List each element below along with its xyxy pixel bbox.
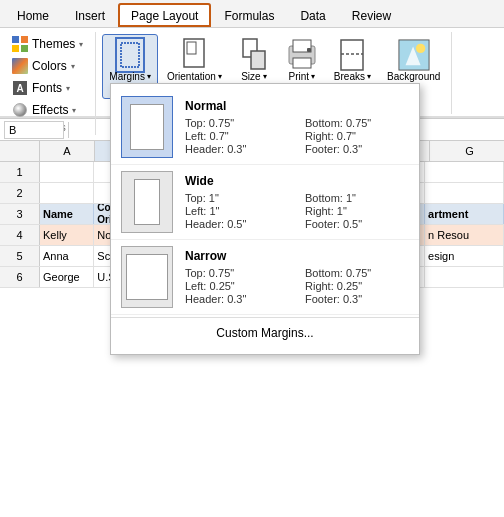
wide-footer: Footer: 0.5" [305,218,409,230]
svg-rect-5 [121,43,139,67]
themes-label: Themes [32,37,75,51]
wide-header: Header: 0.5" [185,218,289,230]
svg-rect-3 [21,45,28,52]
custom-margins-label: Custom Margins... [216,326,313,340]
margins-dropdown: Normal Top: 0.75" Bottom: 0.75" Left: 0.… [110,83,420,355]
formula-divider [68,122,69,138]
narrow-name: Narrow [185,249,409,263]
cell-a1[interactable] [40,162,94,182]
cell-a5[interactable]: Anna [40,246,94,266]
cell-g5[interactable]: esign [425,246,504,266]
svg-point-18 [416,44,425,53]
wide-name: Wide [185,174,409,188]
cell-g2[interactable] [425,183,504,203]
normal-header: Header: 0.3" [185,143,289,155]
colors-label: Colors [32,59,67,73]
wide-left: Left: 1" [185,205,289,217]
background-label: Background [387,71,440,83]
print-area-label: Print ▾ [289,71,316,83]
svg-rect-12 [293,58,311,68]
colors-icon [12,58,28,74]
effects-icon [12,102,28,118]
svg-rect-14 [341,40,363,70]
effects-label: Effects [32,103,68,117]
fonts-icon: A [12,80,28,96]
tab-formulas[interactable]: Formulas [211,3,287,27]
narrow-right: Right: 0.25" [305,280,409,292]
margin-option-wide[interactable]: Wide Top: 1" Bottom: 1" Left: 1" Right: … [111,165,419,240]
tab-home[interactable]: Home [4,3,62,27]
narrow-details: Top: 0.75" Bottom: 0.75" Left: 0.25" Rig… [185,267,409,305]
narrow-preview [121,246,173,308]
fonts-label: Fonts [32,81,62,95]
cell-a3[interactable]: Name [40,204,94,224]
col-header-g[interactable]: G [430,141,504,161]
margins-icon [114,39,146,71]
normal-left: Left: 0.7" [185,130,289,142]
svg-rect-13 [307,48,311,52]
cell-g1[interactable] [425,162,504,182]
themes-icon [12,36,28,52]
colors-dropdown-arrow: ▾ [71,62,75,71]
colors-button[interactable]: Colors ▾ [8,56,87,76]
wide-details: Top: 1" Bottom: 1" Left: 1" Right: 1" He… [185,192,409,230]
themes-dropdown-arrow: ▾ [79,40,83,49]
tab-review[interactable]: Review [339,3,404,27]
margin-option-narrow[interactable]: Narrow Top: 0.75" Bottom: 0.75" Left: 0.… [111,240,419,315]
svg-rect-0 [12,36,19,43]
narrow-info: Narrow Top: 0.75" Bottom: 0.75" Left: 0.… [185,249,409,305]
normal-top: Top: 0.75" [185,117,289,129]
col-header-a[interactable]: A [40,141,95,161]
fonts-button[interactable]: A Fonts ▾ [8,78,87,98]
breaks-icon [336,39,368,71]
themes-button[interactable]: Themes ▾ [8,34,87,54]
background-icon [398,39,430,71]
wide-preview-inner [134,179,160,225]
tab-page-layout[interactable]: Page Layout [118,3,211,27]
wide-top: Top: 1" [185,192,289,204]
margin-option-normal[interactable]: Normal Top: 0.75" Bottom: 0.75" Left: 0.… [111,90,419,165]
effects-dropdown-arrow: ▾ [72,106,76,115]
themes-group-items: Themes ▾ Colors ▾ A Fonts ▾ [8,34,87,120]
cell-g4[interactable]: n Resou [425,225,504,245]
tab-insert[interactable]: Insert [62,3,118,27]
narrow-top: Top: 0.75" [185,267,289,279]
svg-rect-2 [12,45,19,52]
row-num-3: 3 [0,204,40,224]
cell-a6[interactable]: George [40,267,94,287]
narrow-preview-inner [126,254,168,300]
narrow-bottom: Bottom: 0.75" [305,267,409,279]
tab-bar: Home Insert Page Layout Formulas Data Re… [0,0,504,28]
cell-a4[interactable]: Kelly [40,225,94,245]
normal-preview-inner [130,104,164,150]
normal-preview [121,96,173,158]
cell-g6[interactable] [425,267,504,287]
orientation-icon [178,39,210,71]
wide-preview [121,171,173,233]
cell-g3[interactable]: artment [425,204,504,224]
tab-data[interactable]: Data [287,3,338,27]
name-box[interactable] [4,121,64,139]
orientation-label: Orientation ▾ [167,71,222,83]
narrow-footer: Footer: 0.3" [305,293,409,305]
corner-cell [0,141,40,161]
row-num-4: 4 [0,225,40,245]
row-num-1: 1 [0,162,40,182]
size-label: Size ▾ [241,71,266,83]
normal-info: Normal Top: 0.75" Bottom: 0.75" Left: 0.… [185,99,409,155]
wide-right: Right: 1" [305,205,409,217]
margins-arrow: ▾ [147,72,151,82]
margins-label: Margins ▾ [109,71,151,83]
normal-name: Normal [185,99,409,113]
cell-a2[interactable] [40,183,94,203]
wide-bottom: Bottom: 1" [305,192,409,204]
effects-button[interactable]: Effects ▾ [8,100,87,120]
svg-rect-9 [251,51,265,69]
size-icon [238,39,270,71]
row-num-5: 5 [0,246,40,266]
normal-bottom: Bottom: 0.75" [305,117,409,129]
narrow-left: Left: 0.25" [185,280,289,292]
custom-margins-button[interactable]: Custom Margins... [111,317,419,348]
normal-footer: Footer: 0.3" [305,143,409,155]
svg-rect-1 [21,36,28,43]
